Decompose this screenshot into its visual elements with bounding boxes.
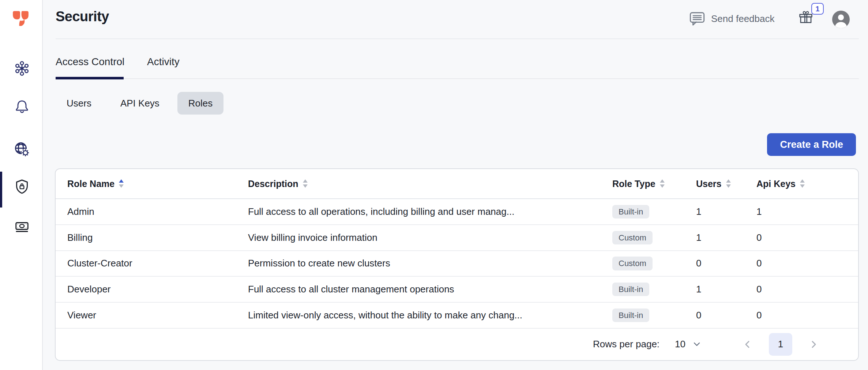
- role-name-cell: Cluster-Creator: [67, 258, 248, 269]
- column-header-role-name[interactable]: Role Name: [67, 179, 248, 189]
- sidebar-item-alerts[interactable]: [13, 98, 31, 115]
- role-type-cell: Built-in: [612, 205, 696, 218]
- api-keys-count-cell: 0: [756, 310, 858, 321]
- billing-money-icon: [14, 218, 30, 235]
- roles-table-card: Role Name Description Role Type Users: [55, 168, 859, 361]
- table-row-viewer[interactable]: Viewer Limited view-only access, without…: [56, 303, 858, 329]
- role-name-cell: Billing: [67, 232, 248, 243]
- users-count-cell: 1: [696, 284, 756, 295]
- sort-icon: [303, 179, 308, 188]
- gift-count-badge: 1: [811, 3, 824, 15]
- column-header-role-type[interactable]: Role Type: [612, 179, 696, 189]
- tab-activity[interactable]: Activity: [147, 54, 180, 70]
- chevron-down-icon: [694, 342, 700, 346]
- gift-button[interactable]: [799, 10, 813, 26]
- sidebar-item-clusters[interactable]: [13, 60, 31, 77]
- active-nav-indicator: [0, 172, 2, 208]
- yugabyte-logo-icon: [11, 10, 30, 28]
- subtab-group: Users API Keys Roles: [56, 92, 223, 115]
- tabs-baseline: [56, 78, 859, 79]
- subtab-users[interactable]: Users: [56, 92, 102, 115]
- previous-page-button[interactable]: [741, 338, 754, 351]
- subtab-roles[interactable]: Roles: [177, 92, 223, 115]
- column-label: Role Name: [67, 179, 114, 189]
- subtab-api-keys[interactable]: API Keys: [109, 92, 170, 115]
- person-icon: [832, 11, 850, 28]
- sort-icon: [726, 179, 731, 188]
- header-divider: [56, 38, 859, 39]
- page-title: Security: [56, 9, 109, 25]
- gift-icon: [799, 10, 813, 26]
- role-description-cell: Permission to create new clusters: [248, 258, 612, 269]
- role-type-badge: Built-in: [612, 283, 649, 296]
- table-row-admin[interactable]: Admin Full access to all operations, inc…: [56, 199, 858, 225]
- sidebar: [0, 0, 43, 370]
- column-header-users[interactable]: Users: [696, 179, 756, 189]
- column-header-description[interactable]: Description: [248, 179, 612, 189]
- page-number-button[interactable]: 1: [769, 333, 792, 356]
- cluster-hub-icon: [14, 60, 30, 77]
- active-tab-underline: [56, 77, 124, 79]
- role-type-cell: Built-in: [612, 309, 696, 322]
- table-header-row: Role Name Description Role Type Users: [56, 169, 858, 199]
- column-label: Role Type: [612, 179, 655, 189]
- users-count-cell: 1: [696, 206, 756, 217]
- next-page-button[interactable]: [807, 338, 820, 351]
- sidebar-item-security[interactable]: [13, 178, 31, 196]
- role-type-cell: Built-in: [612, 283, 696, 296]
- send-feedback-button[interactable]: Send feedback: [689, 11, 774, 26]
- role-type-badge: Custom: [612, 257, 653, 270]
- send-feedback-label: Send feedback: [711, 13, 774, 25]
- table-row-developer[interactable]: Developer Full access to all cluster man…: [56, 277, 858, 303]
- role-name-cell: Admin: [67, 206, 248, 217]
- rows-per-page-value: 10: [675, 339, 685, 350]
- tab-access-control[interactable]: Access Control: [56, 54, 124, 70]
- role-description-cell: Full access to all operations, including…: [248, 206, 612, 217]
- role-description-cell: View billing invoice information: [248, 232, 612, 243]
- security-shield-lock-icon: [13, 178, 31, 196]
- rows-per-page-select[interactable]: 10: [675, 339, 700, 350]
- column-label: Users: [696, 179, 722, 189]
- sort-icon: [800, 179, 805, 188]
- sort-icon-asc-active: [119, 179, 124, 188]
- notifications-bell-icon: [14, 98, 30, 115]
- table-row-billing[interactable]: Billing View billing invoice information…: [56, 225, 858, 251]
- column-label: Api Keys: [756, 179, 796, 189]
- role-type-cell: Custom: [612, 257, 696, 270]
- table-footer: Rows per page: 10 1: [56, 329, 858, 360]
- role-type-badge: Built-in: [612, 309, 649, 322]
- api-keys-count-cell: 0: [756, 284, 858, 295]
- role-name-cell: Viewer: [67, 310, 248, 321]
- api-keys-count-cell: 0: [756, 258, 858, 269]
- column-header-api-keys[interactable]: Api Keys: [756, 179, 858, 189]
- users-count-cell: 0: [696, 310, 756, 321]
- table-row-cluster-creator[interactable]: Cluster-Creator Permission to create new…: [56, 251, 858, 277]
- role-description-cell: Full access to all cluster management op…: [248, 284, 612, 295]
- sort-icon: [660, 179, 665, 188]
- column-label: Description: [248, 179, 298, 189]
- user-avatar[interactable]: [832, 11, 850, 28]
- role-type-badge: Custom: [612, 231, 653, 244]
- yugabyte-logo[interactable]: [11, 10, 30, 29]
- feedback-bubble-icon: [689, 11, 705, 26]
- role-type-badge: Built-in: [612, 205, 649, 218]
- api-keys-count-cell: 1: [756, 206, 858, 217]
- role-description-cell: Limited view-only access, without the ab…: [248, 310, 612, 321]
- chevron-left-icon: [744, 340, 751, 349]
- chevron-right-icon: [810, 340, 817, 349]
- users-count-cell: 0: [696, 258, 756, 269]
- rows-per-page-label: Rows per page:: [593, 339, 660, 350]
- network-globe-gear-icon: [13, 140, 31, 158]
- sidebar-item-network[interactable]: [13, 141, 31, 158]
- role-type-cell: Custom: [612, 231, 696, 244]
- sidebar-item-billing[interactable]: [13, 218, 31, 236]
- create-role-button[interactable]: Create a Role: [767, 133, 856, 156]
- users-count-cell: 1: [696, 232, 756, 243]
- role-name-cell: Developer: [67, 284, 248, 295]
- api-keys-count-cell: 0: [756, 232, 858, 243]
